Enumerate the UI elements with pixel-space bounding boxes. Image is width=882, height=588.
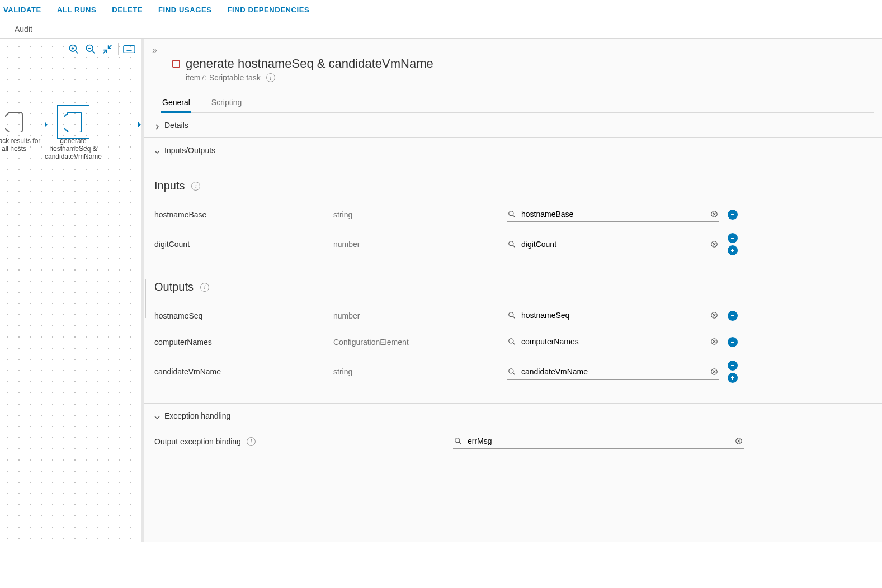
workflow-node[interactable]: unpack results for all hosts (0, 110, 45, 153)
remove-param-button[interactable] (728, 361, 738, 371)
remove-param-button[interactable] (728, 233, 738, 243)
section-io-label: Inputs/Outputs (164, 146, 215, 155)
scriptable-task-icon (172, 60, 180, 68)
param-type: number (333, 311, 496, 320)
properties-panel: » generate hostnameSeq & candidateVmName… (144, 39, 882, 542)
param-name: hostnameSeq (154, 311, 322, 320)
clear-icon[interactable] (710, 240, 718, 248)
search-icon (508, 311, 516, 319)
section-exception-label: Exception handling (164, 411, 230, 420)
section-details-label: Details (164, 121, 188, 130)
param-binding-input[interactable] (520, 310, 706, 320)
param-type: string (333, 367, 496, 376)
find-dependencies-action[interactable]: FIND DEPENDENCIES (228, 6, 310, 14)
svg-point-33 (509, 312, 513, 317)
info-icon[interactable]: i (191, 182, 200, 191)
param-type: number (333, 240, 496, 249)
fit-screen-icon[interactable] (101, 43, 114, 55)
svg-point-45 (509, 368, 513, 373)
search-icon (508, 240, 516, 248)
chevron-right-icon (154, 122, 160, 128)
svg-line-1 (76, 51, 78, 54)
clear-icon[interactable] (710, 311, 718, 319)
svg-line-26 (513, 245, 515, 247)
section-exception-toggle[interactable]: Exception handling (144, 404, 882, 428)
param-binding-input[interactable] (520, 239, 706, 249)
tab-scripting[interactable]: Scripting (210, 94, 243, 112)
remove-param-button[interactable] (728, 337, 738, 347)
panel-resize-handle[interactable] (143, 279, 146, 318)
audit-tab[interactable]: Audit (0, 20, 882, 39)
param-binding-field[interactable] (507, 334, 719, 349)
keyboard-icon[interactable] (123, 43, 135, 55)
param-name: candidateVmName (154, 367, 322, 376)
search-icon (508, 368, 516, 376)
svg-point-25 (509, 241, 513, 245)
param-type: ConfigurationElement (333, 338, 496, 347)
search-icon (454, 437, 462, 445)
param-binding-input[interactable] (520, 336, 706, 347)
delete-action[interactable]: DELETE (112, 6, 143, 14)
param-binding-field[interactable] (507, 308, 719, 323)
svg-point-53 (455, 438, 460, 443)
collapse-panel-icon[interactable]: » (152, 45, 157, 55)
svg-line-20 (513, 215, 515, 217)
inputs-heading: Inputs (154, 179, 185, 192)
param-binding-field[interactable] (507, 207, 719, 222)
group-separator (154, 269, 872, 269)
remove-param-button[interactable] (728, 311, 738, 321)
search-icon (508, 210, 516, 218)
param-binding-field[interactable] (507, 364, 719, 380)
find-usages-action[interactable]: FIND USAGES (158, 6, 211, 14)
remove-param-button[interactable] (728, 210, 738, 220)
clear-icon[interactable] (710, 368, 718, 376)
section-io-toggle[interactable]: Inputs/Outputs (144, 138, 882, 163)
svg-rect-9 (124, 46, 135, 53)
svg-line-8 (103, 50, 107, 54)
svg-line-40 (513, 343, 515, 345)
param-binding-field[interactable] (507, 237, 719, 252)
add-param-button[interactable] (728, 245, 738, 255)
clear-icon[interactable] (735, 437, 743, 445)
workflow-node-selected[interactable]: generate hostnameSeq & candidateVmName (43, 110, 104, 160)
param-binding-input[interactable] (520, 209, 706, 219)
exception-binding-input[interactable] (466, 436, 730, 446)
add-param-button[interactable] (728, 373, 738, 383)
param-row: computerNamesConfigurationElement (154, 329, 872, 355)
param-type: string (333, 210, 496, 219)
node-label: generate hostnameSeq & candidateVmName (43, 137, 104, 160)
node-label: unpack results for all hosts (0, 137, 45, 153)
param-row: hostnameSeqnumber (154, 302, 872, 329)
svg-line-34 (513, 316, 515, 319)
action-toolbar: VALIDATE ALL RUNS DELETE FIND USAGES FIN… (0, 0, 882, 20)
chevron-down-icon (154, 413, 160, 419)
outputs-heading: Outputs (154, 281, 194, 293)
all-runs-action[interactable]: ALL RUNS (57, 6, 96, 14)
zoom-in-icon[interactable] (68, 43, 80, 55)
exception-binding-field[interactable] (453, 434, 744, 449)
clear-icon[interactable] (710, 338, 718, 345)
param-name: computerNames (154, 338, 322, 347)
zoom-out-icon[interactable] (84, 43, 97, 55)
tabs: General Scripting (161, 94, 874, 113)
info-icon[interactable]: i (247, 437, 256, 446)
info-icon[interactable]: i (266, 73, 275, 82)
clear-icon[interactable] (710, 210, 718, 218)
chevron-down-icon (154, 148, 160, 153)
validate-action[interactable]: VALIDATE (3, 6, 41, 14)
element-subtitle: item7: Scriptable task (186, 73, 261, 82)
toolbar-separator (118, 43, 119, 55)
search-icon (508, 338, 516, 345)
info-icon[interactable]: i (200, 283, 209, 292)
param-row: digitCountnumber (154, 227, 872, 261)
svg-point-19 (509, 211, 513, 216)
param-binding-input[interactable] (520, 367, 706, 377)
section-details-toggle[interactable]: Details (144, 113, 882, 137)
workflow-canvas[interactable]: unpack results for all hosts generate ho… (0, 39, 144, 542)
svg-line-7 (109, 45, 112, 49)
param-name: digitCount (154, 240, 322, 249)
svg-line-54 (459, 442, 461, 444)
param-name: hostnameBase (154, 210, 322, 219)
svg-point-39 (509, 339, 513, 343)
tab-general[interactable]: General (161, 94, 191, 112)
